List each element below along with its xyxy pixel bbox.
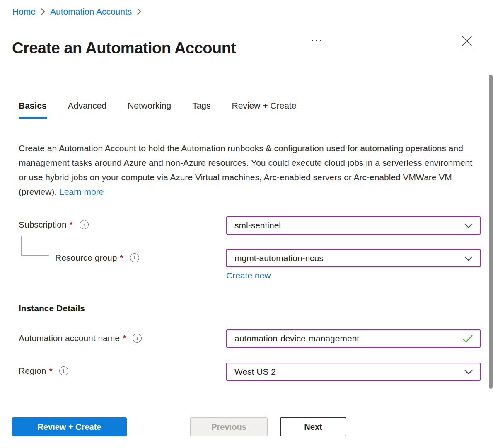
chevron-down-icon: [464, 256, 473, 261]
breadcrumb: Home Automation Accounts: [12, 7, 146, 17]
resource-group-label: Resource group * i: [55, 253, 139, 263]
info-icon[interactable]: i: [80, 220, 89, 229]
ellipsis-icon: [316, 40, 317, 41]
tab-bar: Basics Advanced Networking Tags Review +…: [19, 101, 317, 119]
resource-group-dropdown[interactable]: mgmt-automation-ncus: [226, 249, 481, 267]
region-label-text: Region: [19, 366, 46, 376]
account-name-label: Automation account name * i: [19, 333, 142, 343]
breadcrumb-link-home[interactable]: Home: [12, 7, 36, 17]
create-automation-account-pane: Home Automation Accounts Create an Autom…: [0, 0, 493, 448]
resource-group-connector: [21, 255, 49, 256]
breadcrumb-link-automation-accounts[interactable]: Automation Accounts: [50, 7, 132, 17]
pane-description: Create an Automation Account to hold the…: [19, 141, 474, 199]
tab-basics[interactable]: Basics: [19, 101, 47, 119]
account-name-field: [226, 329, 481, 348]
tab-tags[interactable]: Tags: [192, 101, 210, 119]
tab-review-create[interactable]: Review + Create: [232, 101, 297, 119]
region-value: West US 2: [234, 367, 276, 377]
required-marker: *: [49, 366, 53, 376]
chevron-down-icon: [464, 369, 473, 375]
ellipsis-icon: [312, 40, 313, 41]
account-name-label-text: Automation account name: [19, 333, 120, 343]
breadcrumb-chevron-icon: [137, 8, 141, 15]
more-options-button[interactable]: [310, 36, 325, 45]
tab-networking[interactable]: Networking: [128, 101, 171, 119]
close-button[interactable]: [460, 34, 474, 48]
subscription-label: Subscription * i: [19, 220, 89, 230]
region-label: Region * i: [19, 366, 68, 376]
previous-button[interactable]: Previous: [190, 417, 268, 436]
breadcrumb-chevron-icon: [41, 8, 45, 15]
resource-group-value: mgmt-automation-ncus: [234, 253, 324, 263]
chevron-down-icon: [464, 223, 473, 228]
review-create-button[interactable]: Review + Create: [12, 417, 127, 436]
required-marker: *: [123, 333, 126, 343]
region-dropdown[interactable]: West US 2: [226, 363, 481, 381]
subscription-dropdown[interactable]: sml-sentinel: [226, 216, 481, 235]
instance-details-heading: Instance Details: [19, 303, 85, 313]
learn-more-link[interactable]: Learn more: [59, 187, 104, 196]
footer-divider: [0, 399, 493, 399]
info-icon[interactable]: i: [59, 366, 68, 375]
info-icon[interactable]: i: [133, 334, 142, 343]
subscription-label-text: Subscription: [19, 220, 67, 230]
page-title: Create an Automation Account: [12, 39, 236, 57]
ellipsis-icon: [320, 40, 321, 41]
create-new-link[interactable]: Create new: [226, 271, 271, 281]
resource-group-connector: [21, 236, 22, 256]
next-button[interactable]: Next: [280, 417, 346, 436]
subscription-value: sml-sentinel: [234, 220, 281, 230]
resource-group-label-text: Resource group: [55, 253, 117, 263]
account-name-input[interactable]: [234, 334, 462, 344]
tab-advanced[interactable]: Advanced: [68, 101, 106, 119]
valid-check-icon: [462, 334, 473, 343]
close-icon: [460, 34, 474, 48]
required-marker: *: [120, 253, 123, 263]
scrollbar-thumb[interactable]: [489, 75, 493, 389]
required-marker: *: [70, 220, 73, 230]
info-icon[interactable]: i: [130, 253, 139, 262]
